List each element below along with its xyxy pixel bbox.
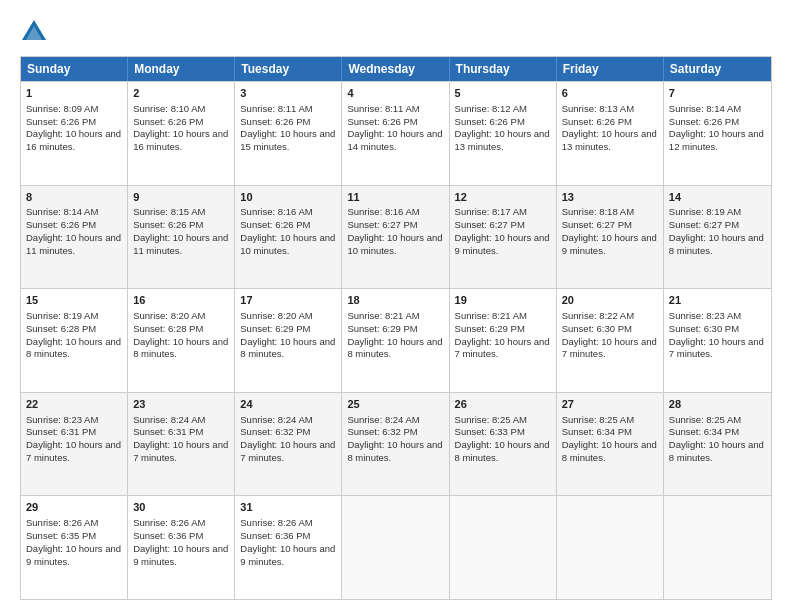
day-cell-23: 23Sunrise: 8:24 AMSunset: 6:31 PMDayligh… — [128, 393, 235, 496]
day-cell-15: 15Sunrise: 8:19 AMSunset: 6:28 PMDayligh… — [21, 289, 128, 392]
day-cell-19: 19Sunrise: 8:21 AMSunset: 6:29 PMDayligh… — [450, 289, 557, 392]
empty-cell — [557, 496, 664, 599]
calendar-row-4: 22Sunrise: 8:23 AMSunset: 6:31 PMDayligh… — [21, 392, 771, 496]
day-cell-8: 8Sunrise: 8:14 AMSunset: 6:26 PMDaylight… — [21, 186, 128, 289]
day-number: 31 — [240, 500, 336, 515]
day-info: Sunrise: 8:24 AMSunset: 6:32 PMDaylight:… — [240, 414, 335, 463]
day-number: 13 — [562, 190, 658, 205]
empty-cell — [664, 496, 771, 599]
day-cell-7: 7Sunrise: 8:14 AMSunset: 6:26 PMDaylight… — [664, 82, 771, 185]
page: SundayMondayTuesdayWednesdayThursdayFrid… — [0, 0, 792, 612]
day-info: Sunrise: 8:16 AMSunset: 6:27 PMDaylight:… — [347, 206, 442, 255]
day-cell-3: 3Sunrise: 8:11 AMSunset: 6:26 PMDaylight… — [235, 82, 342, 185]
day-cell-31: 31Sunrise: 8:26 AMSunset: 6:36 PMDayligh… — [235, 496, 342, 599]
day-number: 14 — [669, 190, 766, 205]
day-number: 26 — [455, 397, 551, 412]
day-cell-1: 1Sunrise: 8:09 AMSunset: 6:26 PMDaylight… — [21, 82, 128, 185]
day-cell-27: 27Sunrise: 8:25 AMSunset: 6:34 PMDayligh… — [557, 393, 664, 496]
calendar-row-5: 29Sunrise: 8:26 AMSunset: 6:35 PMDayligh… — [21, 495, 771, 599]
logo-icon — [20, 18, 48, 46]
day-cell-24: 24Sunrise: 8:24 AMSunset: 6:32 PMDayligh… — [235, 393, 342, 496]
day-info: Sunrise: 8:19 AMSunset: 6:28 PMDaylight:… — [26, 310, 121, 359]
day-info: Sunrise: 8:24 AMSunset: 6:31 PMDaylight:… — [133, 414, 228, 463]
day-info: Sunrise: 8:20 AMSunset: 6:28 PMDaylight:… — [133, 310, 228, 359]
day-info: Sunrise: 8:21 AMSunset: 6:29 PMDaylight:… — [347, 310, 442, 359]
header-day-thursday: Thursday — [450, 57, 557, 81]
day-number: 11 — [347, 190, 443, 205]
day-info: Sunrise: 8:23 AMSunset: 6:31 PMDaylight:… — [26, 414, 121, 463]
day-number: 29 — [26, 500, 122, 515]
day-cell-2: 2Sunrise: 8:10 AMSunset: 6:26 PMDaylight… — [128, 82, 235, 185]
calendar-header: SundayMondayTuesdayWednesdayThursdayFrid… — [21, 57, 771, 81]
day-info: Sunrise: 8:25 AMSunset: 6:33 PMDaylight:… — [455, 414, 550, 463]
header-day-sunday: Sunday — [21, 57, 128, 81]
day-cell-28: 28Sunrise: 8:25 AMSunset: 6:34 PMDayligh… — [664, 393, 771, 496]
day-info: Sunrise: 8:17 AMSunset: 6:27 PMDaylight:… — [455, 206, 550, 255]
day-cell-20: 20Sunrise: 8:22 AMSunset: 6:30 PMDayligh… — [557, 289, 664, 392]
day-number: 30 — [133, 500, 229, 515]
logo — [20, 18, 52, 46]
day-cell-29: 29Sunrise: 8:26 AMSunset: 6:35 PMDayligh… — [21, 496, 128, 599]
day-info: Sunrise: 8:26 AMSunset: 6:35 PMDaylight:… — [26, 517, 121, 566]
day-number: 25 — [347, 397, 443, 412]
day-number: 6 — [562, 86, 658, 101]
day-info: Sunrise: 8:19 AMSunset: 6:27 PMDaylight:… — [669, 206, 764, 255]
day-cell-18: 18Sunrise: 8:21 AMSunset: 6:29 PMDayligh… — [342, 289, 449, 392]
day-cell-11: 11Sunrise: 8:16 AMSunset: 6:27 PMDayligh… — [342, 186, 449, 289]
day-info: Sunrise: 8:13 AMSunset: 6:26 PMDaylight:… — [562, 103, 657, 152]
day-cell-26: 26Sunrise: 8:25 AMSunset: 6:33 PMDayligh… — [450, 393, 557, 496]
empty-cell — [342, 496, 449, 599]
day-number: 1 — [26, 86, 122, 101]
day-cell-17: 17Sunrise: 8:20 AMSunset: 6:29 PMDayligh… — [235, 289, 342, 392]
day-number: 15 — [26, 293, 122, 308]
day-cell-16: 16Sunrise: 8:20 AMSunset: 6:28 PMDayligh… — [128, 289, 235, 392]
header-day-tuesday: Tuesday — [235, 57, 342, 81]
day-cell-25: 25Sunrise: 8:24 AMSunset: 6:32 PMDayligh… — [342, 393, 449, 496]
day-info: Sunrise: 8:12 AMSunset: 6:26 PMDaylight:… — [455, 103, 550, 152]
day-number: 2 — [133, 86, 229, 101]
day-info: Sunrise: 8:15 AMSunset: 6:26 PMDaylight:… — [133, 206, 228, 255]
day-number: 17 — [240, 293, 336, 308]
calendar-row-3: 15Sunrise: 8:19 AMSunset: 6:28 PMDayligh… — [21, 288, 771, 392]
day-number: 21 — [669, 293, 766, 308]
empty-cell — [450, 496, 557, 599]
day-cell-14: 14Sunrise: 8:19 AMSunset: 6:27 PMDayligh… — [664, 186, 771, 289]
day-info: Sunrise: 8:18 AMSunset: 6:27 PMDaylight:… — [562, 206, 657, 255]
day-cell-22: 22Sunrise: 8:23 AMSunset: 6:31 PMDayligh… — [21, 393, 128, 496]
day-info: Sunrise: 8:23 AMSunset: 6:30 PMDaylight:… — [669, 310, 764, 359]
day-cell-21: 21Sunrise: 8:23 AMSunset: 6:30 PMDayligh… — [664, 289, 771, 392]
day-number: 16 — [133, 293, 229, 308]
day-number: 24 — [240, 397, 336, 412]
day-info: Sunrise: 8:11 AMSunset: 6:26 PMDaylight:… — [240, 103, 335, 152]
day-number: 3 — [240, 86, 336, 101]
day-info: Sunrise: 8:25 AMSunset: 6:34 PMDaylight:… — [669, 414, 764, 463]
day-info: Sunrise: 8:21 AMSunset: 6:29 PMDaylight:… — [455, 310, 550, 359]
day-number: 10 — [240, 190, 336, 205]
day-number: 8 — [26, 190, 122, 205]
day-info: Sunrise: 8:26 AMSunset: 6:36 PMDaylight:… — [240, 517, 335, 566]
calendar-body: 1Sunrise: 8:09 AMSunset: 6:26 PMDaylight… — [21, 81, 771, 599]
day-number: 19 — [455, 293, 551, 308]
day-number: 23 — [133, 397, 229, 412]
day-info: Sunrise: 8:20 AMSunset: 6:29 PMDaylight:… — [240, 310, 335, 359]
calendar-row-2: 8Sunrise: 8:14 AMSunset: 6:26 PMDaylight… — [21, 185, 771, 289]
calendar: SundayMondayTuesdayWednesdayThursdayFrid… — [20, 56, 772, 600]
day-number: 28 — [669, 397, 766, 412]
day-number: 5 — [455, 86, 551, 101]
header — [20, 18, 772, 46]
day-cell-5: 5Sunrise: 8:12 AMSunset: 6:26 PMDaylight… — [450, 82, 557, 185]
day-number: 4 — [347, 86, 443, 101]
day-number: 7 — [669, 86, 766, 101]
day-info: Sunrise: 8:16 AMSunset: 6:26 PMDaylight:… — [240, 206, 335, 255]
day-cell-13: 13Sunrise: 8:18 AMSunset: 6:27 PMDayligh… — [557, 186, 664, 289]
day-info: Sunrise: 8:14 AMSunset: 6:26 PMDaylight:… — [26, 206, 121, 255]
day-number: 9 — [133, 190, 229, 205]
day-info: Sunrise: 8:22 AMSunset: 6:30 PMDaylight:… — [562, 310, 657, 359]
day-info: Sunrise: 8:10 AMSunset: 6:26 PMDaylight:… — [133, 103, 228, 152]
header-day-saturday: Saturday — [664, 57, 771, 81]
header-day-friday: Friday — [557, 57, 664, 81]
day-cell-4: 4Sunrise: 8:11 AMSunset: 6:26 PMDaylight… — [342, 82, 449, 185]
day-cell-9: 9Sunrise: 8:15 AMSunset: 6:26 PMDaylight… — [128, 186, 235, 289]
day-number: 20 — [562, 293, 658, 308]
calendar-row-1: 1Sunrise: 8:09 AMSunset: 6:26 PMDaylight… — [21, 81, 771, 185]
